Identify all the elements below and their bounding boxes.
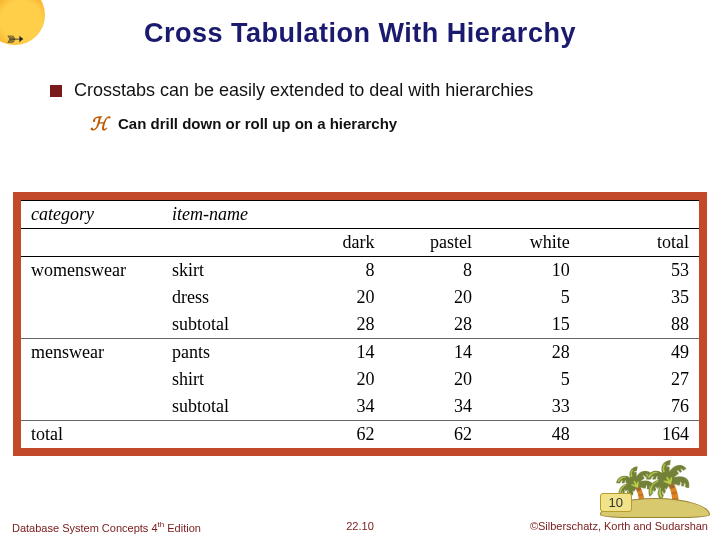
slide-title: Cross Tabulation With Hierarchy [0, 18, 720, 49]
col-white: white [482, 229, 580, 257]
cell-cat [21, 393, 162, 421]
cell-item: pants [162, 339, 287, 367]
cell: 27 [580, 366, 699, 393]
cell-cat [21, 311, 162, 339]
cell: 34 [287, 393, 385, 421]
table-row: subtotal 28 28 15 88 [21, 311, 699, 339]
cell-item: dress [162, 284, 287, 311]
cell-item: skirt [162, 257, 287, 285]
table-row: womenswear skirt 8 8 10 53 [21, 257, 699, 285]
table-row: shirt 20 20 5 27 [21, 366, 699, 393]
cell: 53 [580, 257, 699, 285]
cell: 35 [580, 284, 699, 311]
cell: 20 [287, 366, 385, 393]
cell: 34 [384, 393, 482, 421]
bullet-level2: ℋ Can drill down or roll up on a hierarc… [90, 115, 690, 133]
cell: 33 [482, 393, 580, 421]
header-category: category [21, 201, 162, 229]
cell-item: subtotal [162, 393, 287, 421]
bullet-text: Can drill down or roll up on a hierarchy [118, 115, 397, 132]
cell-cat: womenswear [21, 257, 162, 285]
cell: 49 [580, 339, 699, 367]
crosstab-table-frame: category item-name dark pastel white tot… [13, 192, 707, 456]
cell-cat [21, 366, 162, 393]
bullet-level1: Crosstabs can be easily extended to deal… [50, 80, 690, 101]
cell-item [162, 421, 287, 449]
page-number-badge: 10 [600, 493, 632, 512]
col-dark: dark [287, 229, 385, 257]
footer-center: 22.10 [244, 520, 476, 534]
footer-right: ©Silberschatz, Korth and Sudarshan [476, 520, 708, 534]
crosstab-table: category item-name dark pastel white tot… [21, 200, 699, 448]
cell: 5 [482, 366, 580, 393]
footer: Database System Concepts 4th Edition 22.… [12, 520, 708, 534]
table-row: dress 20 20 5 35 [21, 284, 699, 311]
cell: 28 [287, 311, 385, 339]
cell-item: shirt [162, 366, 287, 393]
cell-item: subtotal [162, 311, 287, 339]
cell: 20 [287, 284, 385, 311]
cell-cat: menswear [21, 339, 162, 367]
footer-left: Database System Concepts 4th Edition [12, 520, 244, 534]
col-total: total [580, 229, 699, 257]
slide-body: Crosstabs can be easily extended to deal… [50, 80, 690, 133]
cell: 8 [384, 257, 482, 285]
cell-cat: total [21, 421, 162, 449]
square-bullet-icon [50, 85, 62, 97]
cell: 20 [384, 284, 482, 311]
cell: 76 [580, 393, 699, 421]
table-row: subtotal 34 34 33 76 [21, 393, 699, 421]
bullet-text: Crosstabs can be easily extended to deal… [74, 80, 533, 101]
header-itemname: item-name [162, 201, 287, 229]
cell: 28 [482, 339, 580, 367]
cell: 14 [384, 339, 482, 367]
cell: 15 [482, 311, 580, 339]
table-row: menswear pants 14 14 28 49 [21, 339, 699, 367]
cell: 20 [384, 366, 482, 393]
cell: 14 [287, 339, 385, 367]
cell-cat [21, 284, 162, 311]
cell: 48 [482, 421, 580, 449]
slide: ➳ Cross Tabulation With Hierarchy Crosst… [0, 0, 720, 540]
cell: 8 [287, 257, 385, 285]
cell: 62 [384, 421, 482, 449]
table-header-row: category item-name [21, 201, 699, 229]
script-bullet-icon: ℋ [90, 115, 108, 133]
cell: 10 [482, 257, 580, 285]
cell: 5 [482, 284, 580, 311]
cell: 88 [580, 311, 699, 339]
table-subheader-row: dark pastel white total [21, 229, 699, 257]
cell: 28 [384, 311, 482, 339]
col-pastel: pastel [384, 229, 482, 257]
cell: 62 [287, 421, 385, 449]
